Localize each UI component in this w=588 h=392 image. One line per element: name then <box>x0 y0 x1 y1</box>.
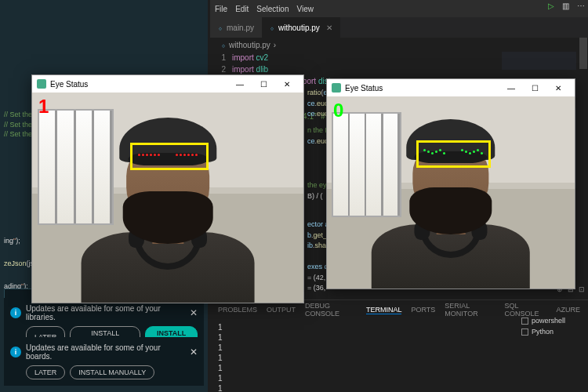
webcam-feed: 0 <box>327 96 575 289</box>
chevron-right-icon: › <box>274 41 276 49</box>
menu-edit[interactable]: Edit <box>235 5 249 13</box>
panel-tab-debug-console[interactable]: DEBUG CONSOLE <box>305 302 357 318</box>
menu-file[interactable]: File <box>215 5 227 13</box>
tab-withoutip-py[interactable]: ⬨ withoutip.py ✕ <box>262 17 340 38</box>
shell-label: Python <box>532 328 554 336</box>
panel-tab-azure[interactable]: AZURE <box>556 306 580 314</box>
close-icon[interactable]: ✕ <box>190 347 198 358</box>
tab-main-py[interactable]: ⬨ main.py <box>210 17 262 38</box>
python-file-icon: ⬨ <box>221 41 226 49</box>
webcam-feed: 1 <box>32 93 303 303</box>
eye-bounding-box <box>130 143 209 170</box>
window-title: Eye Status <box>345 84 499 93</box>
window-title: Eye Status <box>50 80 228 89</box>
python-file-icon: ⬨ <box>270 24 274 32</box>
eye-landmarks-right <box>461 151 483 153</box>
opencv-window-eye-status-open[interactable]: Eye Status — ☐ ✕ 0 <box>326 78 575 289</box>
close-button[interactable]: ✕ <box>275 76 299 92</box>
eye-landmarks-left <box>423 151 445 153</box>
notification-text: Updates are available for some of your l… <box>26 304 185 321</box>
panel-tab-output[interactable]: OUTPUT <box>267 306 296 314</box>
info-icon: i <box>10 307 21 318</box>
eye-bounding-box <box>416 140 491 167</box>
install-manually-button[interactable]: INSTALL MANUALLY <box>70 365 154 379</box>
menubar: File Edit Selection View <box>210 0 588 17</box>
more-icon[interactable]: ⋯ <box>577 2 585 10</box>
panel-tab-serial-monitor[interactable]: SERIAL MONITOR <box>445 302 495 318</box>
panel-tab-ports[interactable]: PORTS <box>411 306 435 314</box>
panel-tab-problems[interactable]: PROBLEMS <box>218 306 257 314</box>
info-icon: i <box>10 347 21 358</box>
update-notification-boards: i Updates are available for some of your… <box>4 337 204 386</box>
opencv-window-eye-status-closed[interactable]: Eye Status — ☐ ✕ 1 <box>31 74 304 303</box>
python-app-icon <box>332 83 341 93</box>
editor-action-icons: ▷ ▥ ⋯ <box>548 2 585 10</box>
shell-icon <box>521 318 528 325</box>
menu-view[interactable]: View <box>297 5 314 13</box>
shell-icon <box>521 328 528 336</box>
maximize-button[interactable]: ☐ <box>523 80 546 96</box>
run-icon[interactable]: ▷ <box>548 2 554 10</box>
python-app-icon <box>37 79 46 89</box>
menu-selection[interactable]: Selection <box>256 5 289 13</box>
minimize-button[interactable]: — <box>499 80 523 96</box>
shell-label: powershell <box>532 317 565 325</box>
split-editor-icon[interactable]: ▥ <box>562 2 569 10</box>
window-titlebar[interactable]: Eye Status — ☐ ✕ <box>327 79 575 96</box>
maximize-button[interactable]: ☐ <box>252 76 275 92</box>
editor-tabs: ⬨ main.py ⬨ withoutip.py ✕ <box>210 17 588 38</box>
later-button[interactable]: LATER <box>26 365 65 379</box>
breadcrumb[interactable]: ⬨ withoutip.py › <box>210 38 588 52</box>
close-button[interactable]: ✕ <box>546 80 570 96</box>
breadcrumb-file: withoutip.py <box>229 41 270 49</box>
shell-python[interactable]: Python <box>518 326 585 337</box>
vertical-scrollbar[interactable] <box>579 38 588 299</box>
eye-status-value: 1 <box>38 96 49 118</box>
eye-landmarks-right <box>176 154 198 156</box>
terminal-shell-list: powershell Python <box>518 315 585 337</box>
shell-powershell[interactable]: powershell <box>518 315 585 326</box>
eye-landmarks-left <box>138 154 160 156</box>
scrollbar-thumb[interactable] <box>579 38 587 69</box>
eye-status-value: 0 <box>333 100 343 122</box>
python-file-icon: ⬨ <box>218 24 223 32</box>
window-titlebar[interactable]: Eye Status — ☐ ✕ <box>32 75 303 93</box>
tab-label: main.py <box>227 24 254 32</box>
terminal-panel: PROBLEMSOUTPUTDEBUG CONSOLETERMINALPORTS… <box>210 299 588 392</box>
tab-label: withoutip.py <box>278 24 320 32</box>
close-icon[interactable]: ✕ <box>326 24 332 32</box>
minimize-button[interactable]: — <box>228 76 252 92</box>
panel-tab-terminal[interactable]: TERMINAL <box>366 306 402 314</box>
close-icon[interactable]: ✕ <box>190 307 198 318</box>
icon[interactable]: ⊡ <box>579 285 585 293</box>
notification-text: Updates are available for some of your b… <box>26 343 185 361</box>
